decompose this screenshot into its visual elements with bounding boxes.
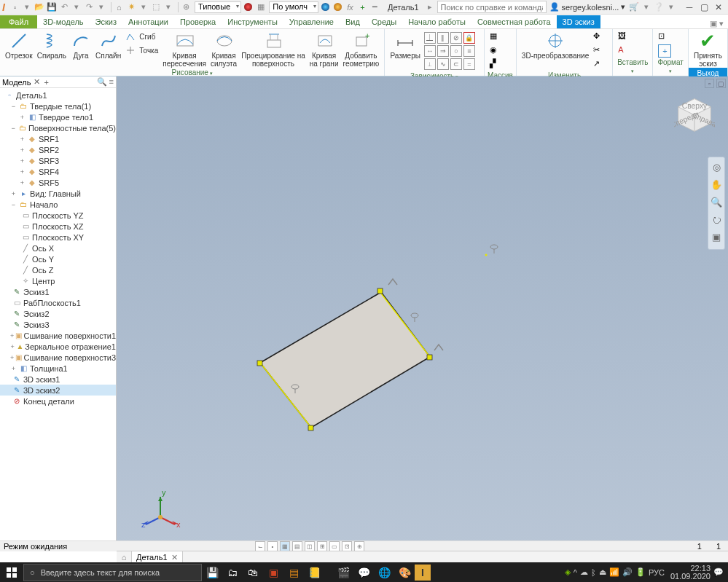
taskbar-search[interactable]: ○Введите здесь текст для поиска [23, 564, 202, 581]
tray-nvidia-icon[interactable]: ◈ [565, 567, 571, 577]
tree-srf3[interactable]: +◆SRF3 [0, 155, 116, 166]
select-icon[interactable]: ⬚ [151, 1, 162, 12]
viewport[interactable]: ▫▢ Сверху Спереди Справа ◎ ✋ 🔍 ⭮ ▣ x [117, 76, 728, 551]
start-button[interactable] [0, 562, 23, 582]
maximize-button[interactable]: ▢ [697, 1, 711, 13]
mirror-button[interactable]: ▞ [490, 58, 504, 71]
tray-battery-icon[interactable]: 🔋 [635, 567, 646, 577]
tab-annotations[interactable]: Аннотации [122, 15, 174, 28]
tab-tools[interactable]: Инструменты [222, 15, 283, 28]
arc-button[interactable]: Дуга [69, 31, 93, 60]
minimize-button[interactable]: ─ [682, 1, 697, 13]
nav-orbit-icon[interactable]: ⭮ [710, 214, 723, 227]
home-icon[interactable]: ⌂ [114, 1, 125, 12]
group-insert-label[interactable]: Вставить [616, 58, 649, 76]
trim-icon[interactable]: ✂ [593, 44, 607, 57]
group-format-label[interactable]: Формат [656, 58, 685, 76]
tree-srf1[interactable]: +◆SRF1 [0, 133, 116, 144]
browser-close-icon[interactable]: ✕ [34, 77, 40, 87]
tree-solids[interactable]: −🗀Твердые тела(1) [0, 101, 116, 111]
tree-3dsketch1[interactable]: ✎3D эскиз1 [0, 374, 116, 385]
tree-surfaces[interactable]: −🗀Поверхностные тела(5) [0, 122, 116, 133]
line-button[interactable]: Отрезок [3, 31, 35, 60]
tree-stitch3[interactable]: +▣Сшивание поверхности3 [0, 352, 116, 363]
tray-wifi-icon[interactable]: 📶 [609, 567, 619, 577]
tree-srf5[interactable]: +◆SRF5 [0, 177, 116, 188]
tree-root[interactable]: ▫Деталь1 [0, 90, 116, 101]
app-save-icon[interactable]: 💾 [202, 562, 222, 582]
tab-getstarted[interactable]: Начало работы [402, 15, 471, 28]
doctab-part[interactable]: Деталь1✕ [131, 551, 183, 564]
point-button[interactable]: Точка [125, 44, 158, 57]
tree-stitch1[interactable]: +▣Сшивание поверхности1 [0, 330, 116, 341]
helix-button[interactable]: Спираль [35, 31, 69, 60]
tree-thickness1[interactable]: +◧Толщина1 [0, 363, 116, 374]
tree-solid1[interactable]: +◧Твердое тело1 [0, 111, 116, 122]
format-construction-button[interactable]: ⊡ [658, 31, 673, 43]
tree-plane-yz[interactable]: ▭Плоскость YZ [0, 210, 116, 221]
tray-notifications-icon[interactable]: 💬 [713, 567, 724, 577]
tab-collaborate[interactable]: Совместная работа [471, 15, 557, 28]
tree-sketch2[interactable]: ✎Эскиз2 [0, 308, 116, 319]
app-media-icon[interactable]: 🎬 [333, 562, 353, 582]
nav-zoom-icon[interactable]: 🔍 [710, 197, 723, 210]
insert-acad-button[interactable]: A [618, 44, 632, 57]
add-geometry-button[interactable]: +Добавить геометрию [340, 31, 381, 68]
move-icon[interactable]: ✥ [593, 31, 607, 43]
material-icon[interactable]: ▦ [255, 1, 266, 12]
tray-bt-icon[interactable]: ᛒ [591, 568, 596, 577]
tab-view[interactable]: Вид [340, 15, 366, 28]
help-icon[interactable]: ❔ [653, 1, 664, 12]
tab-3dsketch[interactable]: 3D эскиз [557, 15, 600, 28]
finish-sketch-button[interactable]: ✔Принять эскиз [692, 31, 724, 68]
help-search-input[interactable] [437, 1, 547, 13]
cart-icon[interactable]: 🛒 [628, 1, 639, 12]
generic-icon[interactable]: ⊛ [181, 1, 192, 12]
tree-workplane1[interactable]: ▭РабПлоскость1 [0, 297, 116, 308]
curve-face-button[interactable]: Кривая на грани [308, 31, 341, 68]
app-explorer-icon[interactable]: 🗂 [222, 562, 243, 582]
tree-view[interactable]: +▸Вид: Главный [0, 188, 116, 199]
style-combo[interactable]: Типовые [195, 1, 241, 13]
nav-pan-icon[interactable]: ✋ [710, 179, 723, 192]
tree-plane-xy[interactable]: ▭Плоскость XY [0, 232, 116, 243]
add-icon[interactable]: + [357, 1, 368, 12]
tree-axis-z[interactable]: ╱Ось Z [0, 264, 116, 275]
app-calc-icon[interactable]: ▤ [283, 562, 304, 582]
tray-volume-icon[interactable]: 🔊 [622, 567, 633, 577]
tree-center[interactable]: ✧Центр [0, 275, 116, 286]
tray-up-icon[interactable]: ^ [574, 568, 577, 577]
material-combo[interactable]: По умолч [269, 1, 318, 13]
app-paint-icon[interactable]: 🎨 [394, 562, 415, 582]
tray-clock[interactable]: 22:1301.09.2020 [670, 565, 711, 581]
constraint-grid[interactable]: ⏊∥⊘🔒 ↔⇒○≡ ⟂∿⊂= [423, 31, 481, 71]
circ-pattern-button[interactable]: ◉ [490, 44, 504, 57]
close-button[interactable]: ✕ [711, 1, 726, 13]
nav-wheel-icon[interactable]: ◎ [710, 162, 723, 175]
3d-transform-button[interactable]: 3D-преобразование [520, 31, 591, 60]
project-surface-button[interactable]: Проецирование на поверхность [239, 31, 308, 68]
bend-button[interactable]: Сгиб [125, 31, 158, 43]
viewport-restore-icon[interactable]: ▫ [705, 79, 714, 88]
doctab-home-icon[interactable]: ⌂ [117, 553, 131, 562]
tab-sketch[interactable]: Эскиз [90, 15, 122, 28]
search-menu-icon[interactable]: ▸ [425, 1, 436, 12]
app-chrome-icon[interactable]: 🌐 [374, 562, 394, 582]
browser-add-icon[interactable]: + [44, 78, 48, 87]
tree-sketch1[interactable]: ✎Эскиз1 [0, 286, 116, 297]
open-icon[interactable]: 📂 [34, 1, 45, 12]
tab-file[interactable]: Файл [0, 15, 37, 28]
filter-icon[interactable]: ≡ [109, 77, 114, 87]
search-icon[interactable]: 🔍 [97, 77, 107, 87]
tree-end[interactable]: ⊘Конец детали [0, 396, 116, 406]
tray-lang[interactable]: РУС [649, 568, 665, 577]
tab-environments[interactable]: Среды [366, 15, 402, 28]
format-centerline-button[interactable]: + [658, 44, 673, 57]
tab-manage[interactable]: Управление [283, 15, 340, 28]
curve-silhouette-button[interactable]: Кривая силуэта [208, 31, 239, 68]
app-powerpoint-icon[interactable]: ▣ [263, 562, 283, 582]
ribbon-options-icon[interactable]: ▣ ▾ [705, 19, 728, 28]
nav-lookat-icon[interactable]: ▣ [710, 232, 723, 245]
tree-3dsketch2[interactable]: ✎3D эскиз2 [0, 385, 116, 396]
tree-srf2[interactable]: +◆SRF2 [0, 144, 116, 155]
